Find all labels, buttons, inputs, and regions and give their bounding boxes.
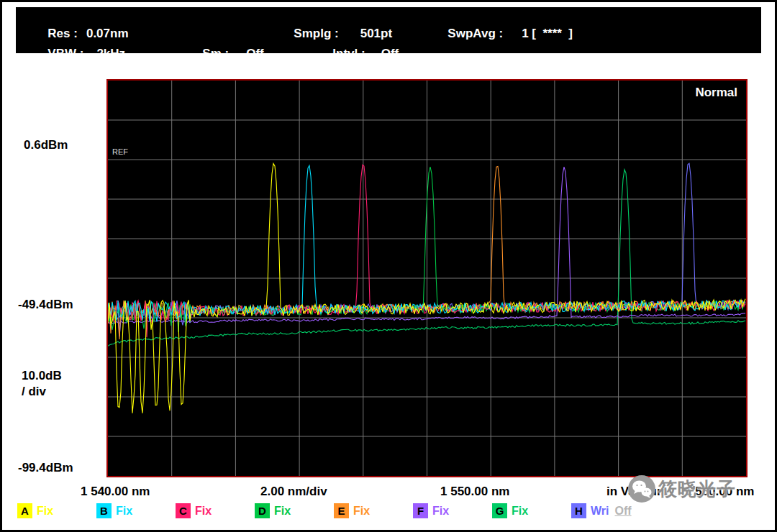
trace-a-key-box: A — [17, 503, 32, 518]
sweep-average-setting: SwpAvg :1 [ **** ] — [427, 12, 573, 55]
scale-per-div-label: 10.0dB — [22, 369, 62, 383]
smoothing-label: Sm : — [202, 47, 229, 60]
trace-c-mode: Fix — [195, 505, 212, 518]
trace-e-key-box: E — [334, 503, 349, 518]
smoothing-value: Off — [246, 47, 264, 61]
trace-legend-g[interactable]: G Fix — [492, 503, 571, 518]
trace-legend-d[interactable]: D Fix — [255, 503, 334, 518]
trace-h-key-box: H — [571, 503, 586, 518]
trace-legend: A Fix B Fix C Fix D Fix E Fix F Fix G Fi… — [17, 503, 632, 518]
trace-f-mode: Fix — [432, 505, 449, 518]
trace-legend-f[interactable]: F Fix — [413, 503, 492, 518]
trace-c-key-box: C — [176, 503, 191, 518]
trace-legend-e[interactable]: E Fix — [334, 503, 413, 518]
bottom-level-label: -99.4dBm — [18, 461, 73, 475]
wechat-icon — [627, 474, 656, 503]
scale-per-div-unit-label: / div — [22, 385, 46, 399]
trace-e-mode: Fix — [353, 505, 370, 518]
trace-g-mode: Fix — [512, 505, 528, 518]
trace-h-mode: Wri — [591, 505, 609, 518]
vbw-value: 2kHz — [96, 47, 125, 61]
trace-a-mode: Fix — [37, 505, 53, 518]
trace-d-mode: Fix — [274, 505, 291, 518]
interval-value: Off — [381, 47, 399, 61]
trace-legend-b[interactable]: B Fix — [96, 503, 176, 518]
spectrum-plot-area[interactable]: Normal REF — [106, 79, 748, 477]
interval-label: Intvl : — [332, 47, 365, 60]
start-wavelength-label: 1 540.00 nm — [81, 485, 150, 499]
sweep-average-value: 1 [ **** ] — [522, 27, 573, 41]
trace-b-mode: Fix — [116, 505, 132, 518]
span-per-div-label: 2.00 nm/div — [260, 485, 327, 499]
mid-level-label: -49.4dBm — [18, 298, 73, 312]
ref-level-label: 0.6dBm — [24, 138, 68, 152]
watermark-text: 筱晓光子 — [658, 477, 736, 502]
vbw-label: VBW : — [47, 47, 83, 60]
trace-legend-h[interactable]: H Wri Off — [571, 503, 632, 518]
center-wavelength-label: 1 550.00 nm — [440, 485, 509, 499]
trace-b-key-box: B — [96, 503, 112, 518]
sweep-average-label: SwpAvg : — [447, 27, 503, 40]
trace-d-key-box: D — [255, 503, 270, 518]
trace-h-status: Off — [614, 505, 631, 518]
osa-screen: Res :0.07nm Smplg :501pt SwpAvg :1 [ ***… — [0, 0, 777, 532]
ref-line-label: REF — [112, 147, 128, 156]
spectrum-traces — [108, 81, 746, 476]
watermark: 筱晓光子 — [627, 474, 736, 503]
trace-mode-label: Normal — [695, 86, 737, 100]
trace-legend-c[interactable]: C Fix — [176, 503, 255, 518]
interval-setting: Intvl :Off — [312, 32, 399, 75]
trace-legend-a[interactable]: A Fix — [17, 503, 96, 518]
trace-f-key-box: F — [413, 503, 428, 518]
smoothing-setting: Sm :Off — [182, 32, 264, 75]
trace-g-key-box: G — [492, 503, 507, 518]
settings-header: Res :0.07nm Smplg :501pt SwpAvg :1 [ ***… — [16, 7, 761, 53]
vbw-setting: VBW :2kHz — [27, 32, 125, 75]
